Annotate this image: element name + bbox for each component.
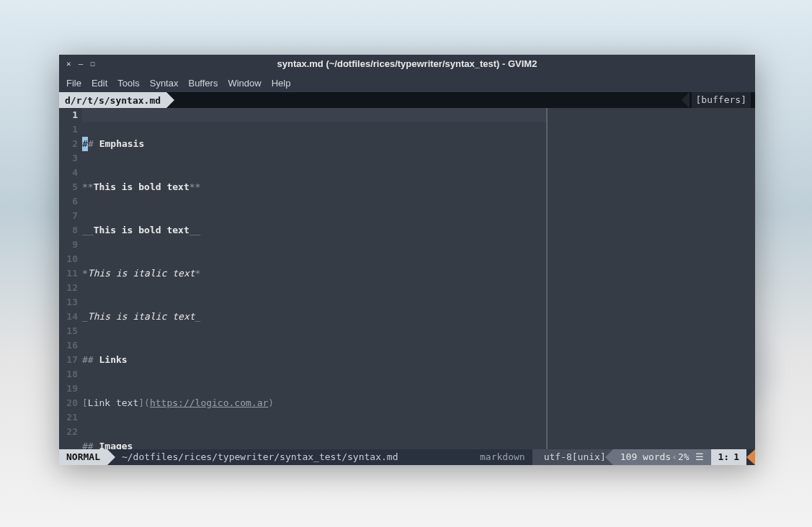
menu-tools[interactable]: Tools	[117, 78, 139, 89]
line-number-gutter: 1 1 2 3 4 5 6 7 8 9 10 11 12 13 14 15 16…	[59, 108, 82, 449]
menu-window[interactable]: Window	[228, 78, 261, 89]
status-mode: NORMAL	[59, 449, 107, 465]
maximize-icon[interactable]: ☐	[90, 60, 95, 68]
status-encoding: utf-8[unix]	[532, 449, 613, 465]
buffers-label: [buffers]	[692, 92, 751, 108]
cursor-line-highlight	[82, 108, 546, 122]
status-tail-icon	[746, 449, 755, 465]
close-icon[interactable]: ✕	[66, 60, 71, 68]
text-cursor: #	[82, 137, 88, 151]
status-filetype: markdown	[473, 449, 532, 465]
window-title: syntax.md (~/dotfiles/rices/typewriter/s…	[102, 58, 712, 69]
menu-edit[interactable]: Edit	[92, 78, 107, 89]
menu-help[interactable]: Help	[272, 78, 291, 89]
status-bar: NORMAL ~/dotfiles/rices/typewriter/synta…	[59, 449, 755, 465]
right-split[interactable]	[546, 108, 755, 449]
menu-bar: File Edit Tools Syntax Buffers Window He…	[59, 73, 755, 92]
menu-syntax[interactable]: Syntax	[150, 78, 179, 89]
editor-area[interactable]: 1 1 2 3 4 5 6 7 8 9 10 11 12 13 14 15 16…	[59, 108, 755, 449]
status-wordcount: 109 words ‹ 2% ☰	[613, 449, 711, 465]
tab-active[interactable]: d/r/t/s/syntax.md	[59, 92, 166, 108]
buffers-tab[interactable]: [buffers]	[682, 92, 751, 108]
tab-bar: d/r/t/s/syntax.md [buffers]	[59, 92, 755, 108]
menu-buffers[interactable]: Buffers	[188, 78, 218, 89]
code-content[interactable]: ## Emphasis **This is bold text** __This…	[82, 108, 546, 449]
minimize-icon[interactable]: —	[79, 60, 84, 68]
menu-file[interactable]: File	[66, 78, 81, 89]
titlebar[interactable]: ✕ — ☐ syntax.md (~/dotfiles/rices/typewr…	[59, 55, 755, 73]
status-filepath: ~/dotfiles/rices/typewriter/syntax_test/…	[107, 449, 406, 465]
status-position: 1:1	[711, 449, 746, 465]
editor-window: ✕ — ☐ syntax.md (~/dotfiles/rices/typewr…	[59, 55, 755, 465]
